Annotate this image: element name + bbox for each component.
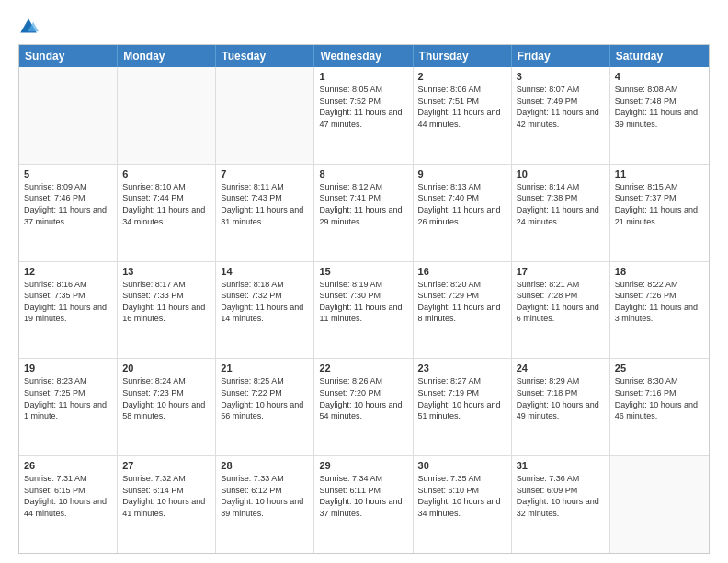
day-cell-empty-0-0 [19, 67, 118, 164]
day-cell-10: 10Sunrise: 8:14 AM Sunset: 7:38 PM Dayli… [512, 165, 610, 261]
day-number: 11 [615, 168, 704, 179]
calendar-row-3: 12Sunrise: 8:16 AM Sunset: 7:35 PM Dayli… [19, 262, 709, 360]
day-cell-18: 18Sunrise: 8:22 AM Sunset: 7:26 PM Dayli… [610, 262, 709, 359]
header [18, 17, 710, 37]
day-info: Sunrise: 8:20 AM Sunset: 7:29 PM Dayligh… [418, 279, 506, 325]
day-cell-7: 7Sunrise: 8:11 AM Sunset: 7:43 PM Daylig… [216, 165, 314, 261]
day-info: Sunrise: 8:23 AM Sunset: 7:25 PM Dayligh… [24, 375, 112, 421]
day-info: Sunrise: 8:21 AM Sunset: 7:28 PM Dayligh… [517, 279, 605, 325]
day-info: Sunrise: 7:31 AM Sunset: 6:15 PM Dayligh… [24, 473, 112, 519]
day-cell-6: 6Sunrise: 8:10 AM Sunset: 7:44 PM Daylig… [118, 165, 216, 261]
day-number: 29 [319, 460, 407, 471]
day-number: 23 [418, 362, 506, 373]
day-info: Sunrise: 8:14 AM Sunset: 7:38 PM Dayligh… [517, 181, 605, 227]
calendar: SundayMondayTuesdayWednesdayThursdayFrid… [18, 44, 710, 554]
day-info: Sunrise: 8:12 AM Sunset: 7:41 PM Dayligh… [319, 181, 407, 227]
day-info: Sunrise: 8:13 AM Sunset: 7:40 PM Dayligh… [418, 181, 506, 227]
page: SundayMondayTuesdayWednesdayThursdayFrid… [0, 0, 728, 563]
day-number: 13 [122, 266, 210, 277]
day-info: Sunrise: 8:18 AM Sunset: 7:32 PM Dayligh… [221, 279, 309, 325]
day-info: Sunrise: 7:33 AM Sunset: 6:12 PM Dayligh… [221, 473, 309, 519]
day-info: Sunrise: 7:36 AM Sunset: 6:09 PM Dayligh… [517, 473, 605, 519]
day-cell-empty-4-6 [610, 456, 709, 553]
day-cell-4: 4Sunrise: 8:08 AM Sunset: 7:48 PM Daylig… [610, 67, 709, 164]
day-info: Sunrise: 8:22 AM Sunset: 7:26 PM Dayligh… [615, 279, 704, 325]
day-cell-20: 20Sunrise: 8:24 AM Sunset: 7:23 PM Dayli… [118, 359, 216, 455]
day-info: Sunrise: 8:08 AM Sunset: 7:48 PM Dayligh… [615, 84, 704, 130]
day-number: 3 [517, 71, 605, 82]
day-cell-21: 21Sunrise: 8:25 AM Sunset: 7:22 PM Dayli… [216, 359, 314, 455]
day-cell-22: 22Sunrise: 8:26 AM Sunset: 7:20 PM Dayli… [314, 359, 413, 455]
day-cell-27: 27Sunrise: 7:32 AM Sunset: 6:14 PM Dayli… [118, 456, 216, 553]
day-number: 24 [517, 362, 605, 373]
calendar-header: SundayMondayTuesdayWednesdayThursdayFrid… [19, 45, 709, 67]
header-cell-friday: Friday [512, 45, 610, 67]
day-info: Sunrise: 8:26 AM Sunset: 7:20 PM Dayligh… [319, 375, 407, 421]
day-number: 10 [517, 168, 605, 179]
day-cell-2: 2Sunrise: 8:06 AM Sunset: 7:51 PM Daylig… [414, 67, 512, 164]
calendar-body: 1Sunrise: 8:05 AM Sunset: 7:52 PM Daylig… [19, 67, 709, 553]
day-cell-empty-0-1 [118, 67, 216, 164]
day-info: Sunrise: 8:15 AM Sunset: 7:37 PM Dayligh… [615, 181, 704, 227]
day-info: Sunrise: 8:17 AM Sunset: 7:33 PM Dayligh… [122, 279, 210, 325]
day-number: 30 [418, 460, 506, 471]
day-number: 7 [221, 168, 309, 179]
day-info: Sunrise: 7:35 AM Sunset: 6:10 PM Dayligh… [418, 473, 506, 519]
header-cell-sunday: Sunday [19, 45, 118, 67]
header-cell-tuesday: Tuesday [216, 45, 314, 67]
day-number: 27 [122, 460, 210, 471]
day-cell-13: 13Sunrise: 8:17 AM Sunset: 7:33 PM Dayli… [118, 262, 216, 359]
day-cell-5: 5Sunrise: 8:09 AM Sunset: 7:46 PM Daylig… [19, 165, 118, 261]
day-number: 1 [319, 71, 407, 82]
day-number: 16 [418, 266, 506, 277]
day-cell-17: 17Sunrise: 8:21 AM Sunset: 7:28 PM Dayli… [512, 262, 610, 359]
calendar-row-2: 5Sunrise: 8:09 AM Sunset: 7:46 PM Daylig… [19, 165, 709, 262]
day-cell-30: 30Sunrise: 7:35 AM Sunset: 6:10 PM Dayli… [414, 456, 512, 553]
day-cell-26: 26Sunrise: 7:31 AM Sunset: 6:15 PM Dayli… [19, 456, 118, 553]
day-number: 15 [319, 266, 407, 277]
header-cell-monday: Monday [118, 45, 216, 67]
day-cell-8: 8Sunrise: 8:12 AM Sunset: 7:41 PM Daylig… [314, 165, 413, 261]
day-cell-3: 3Sunrise: 8:07 AM Sunset: 7:49 PM Daylig… [512, 67, 610, 164]
day-cell-25: 25Sunrise: 8:30 AM Sunset: 7:16 PM Dayli… [610, 359, 709, 455]
header-cell-saturday: Saturday [610, 45, 709, 67]
day-cell-1: 1Sunrise: 8:05 AM Sunset: 7:52 PM Daylig… [314, 67, 413, 164]
day-number: 19 [24, 362, 112, 373]
day-info: Sunrise: 8:25 AM Sunset: 7:22 PM Dayligh… [221, 375, 309, 421]
day-cell-19: 19Sunrise: 8:23 AM Sunset: 7:25 PM Dayli… [19, 359, 118, 455]
calendar-row-4: 19Sunrise: 8:23 AM Sunset: 7:25 PM Dayli… [19, 359, 709, 456]
day-info: Sunrise: 7:34 AM Sunset: 6:11 PM Dayligh… [319, 473, 407, 519]
day-number: 31 [517, 460, 605, 471]
day-info: Sunrise: 8:06 AM Sunset: 7:51 PM Dayligh… [418, 84, 506, 130]
day-info: Sunrise: 8:27 AM Sunset: 7:19 PM Dayligh… [418, 375, 506, 421]
day-info: Sunrise: 8:05 AM Sunset: 7:52 PM Dayligh… [319, 84, 407, 130]
calendar-row-1: 1Sunrise: 8:05 AM Sunset: 7:52 PM Daylig… [19, 67, 709, 165]
logo [18, 17, 42, 37]
day-cell-11: 11Sunrise: 8:15 AM Sunset: 7:37 PM Dayli… [610, 165, 709, 261]
day-cell-28: 28Sunrise: 7:33 AM Sunset: 6:12 PM Dayli… [216, 456, 314, 553]
day-info: Sunrise: 7:32 AM Sunset: 6:14 PM Dayligh… [122, 473, 210, 519]
day-cell-12: 12Sunrise: 8:16 AM Sunset: 7:35 PM Dayli… [19, 262, 118, 359]
day-info: Sunrise: 8:29 AM Sunset: 7:18 PM Dayligh… [517, 375, 605, 421]
day-number: 8 [319, 168, 407, 179]
day-info: Sunrise: 8:07 AM Sunset: 7:49 PM Dayligh… [517, 84, 605, 130]
day-cell-31: 31Sunrise: 7:36 AM Sunset: 6:09 PM Dayli… [512, 456, 610, 553]
day-cell-24: 24Sunrise: 8:29 AM Sunset: 7:18 PM Dayli… [512, 359, 610, 455]
day-number: 25 [615, 362, 704, 373]
day-cell-empty-0-2 [216, 67, 314, 164]
calendar-row-5: 26Sunrise: 7:31 AM Sunset: 6:15 PM Dayli… [19, 456, 709, 553]
day-number: 18 [615, 266, 704, 277]
day-cell-15: 15Sunrise: 8:19 AM Sunset: 7:30 PM Dayli… [314, 262, 413, 359]
day-number: 22 [319, 362, 407, 373]
day-number: 6 [122, 168, 210, 179]
day-number: 9 [418, 168, 506, 179]
day-number: 28 [221, 460, 309, 471]
logo-icon [18, 17, 39, 37]
day-number: 20 [122, 362, 210, 373]
day-info: Sunrise: 8:16 AM Sunset: 7:35 PM Dayligh… [24, 279, 112, 325]
day-info: Sunrise: 8:19 AM Sunset: 7:30 PM Dayligh… [319, 279, 407, 325]
day-info: Sunrise: 8:09 AM Sunset: 7:46 PM Dayligh… [24, 181, 112, 227]
day-info: Sunrise: 8:30 AM Sunset: 7:16 PM Dayligh… [615, 375, 704, 421]
day-number: 26 [24, 460, 112, 471]
day-number: 17 [517, 266, 605, 277]
